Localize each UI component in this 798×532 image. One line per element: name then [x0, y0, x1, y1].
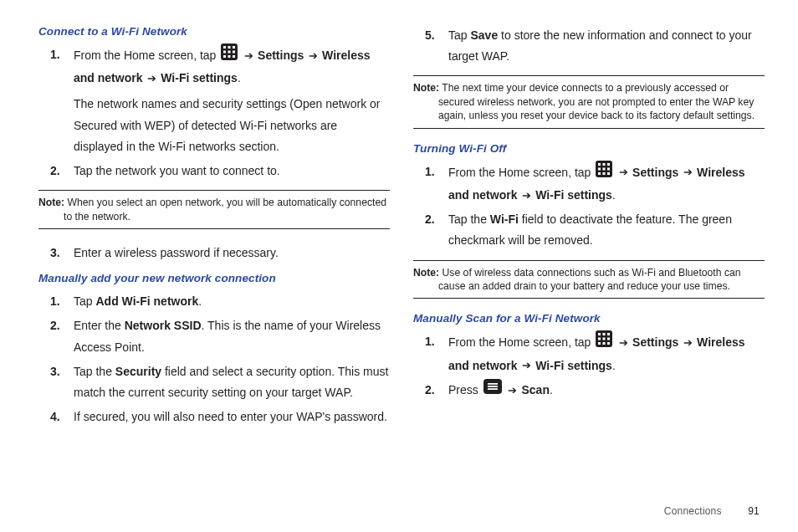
svg-rect-21 [598, 333, 601, 335]
heading-manual-add: Manually add your new network connection [38, 272, 390, 284]
svg-rect-18 [603, 172, 606, 175]
apps-grid-icon [596, 330, 612, 354]
step-1: From the Home screen, tap ➔ Settings ➔ W… [443, 331, 765, 376]
arrow-icon: ➔ [682, 166, 693, 177]
arrow-icon: ➔ [682, 337, 693, 348]
step-2: Press ➔ Scan. [443, 380, 765, 402]
note-label: Note: [413, 82, 439, 94]
note-label: Note: [413, 267, 439, 279]
svg-rect-29 [607, 342, 610, 345]
svg-rect-3 [233, 46, 235, 49]
text: Network SSID [125, 319, 202, 332]
text: . [612, 188, 616, 202]
step-5: Tap Save to store the new information an… [443, 25, 765, 67]
text: Tap the [448, 212, 490, 226]
svg-rect-33 [488, 388, 498, 390]
svg-rect-26 [607, 338, 610, 340]
left-column: Connect to a Wi-Fi Network From the Home… [38, 25, 390, 532]
svg-rect-23 [607, 333, 610, 335]
text: Settings [254, 49, 307, 62]
manual-scan-steps: From the Home screen, tap ➔ Settings ➔ W… [413, 331, 765, 402]
manual-add-steps: Tap Add Wi-Fi network. Enter the Network… [38, 291, 390, 427]
svg-rect-5 [228, 51, 231, 54]
arrow-icon: ➔ [507, 385, 519, 396]
arrow-icon: ➔ [243, 50, 254, 61]
arrow-icon: ➔ [617, 166, 629, 177]
step-1: From the Home screen, tap ➔ Settings ➔ W… [69, 44, 390, 157]
svg-rect-32 [488, 386, 498, 387]
text: . [238, 71, 241, 84]
wifi-off-steps: From the Home screen, tap ➔ Settings ➔ W… [413, 161, 765, 252]
text: Settings [629, 335, 682, 349]
arrow-icon: ➔ [617, 337, 629, 348]
text: Settings [629, 166, 682, 179]
arrow-icon: ➔ [520, 360, 532, 371]
step-1: Tap Add Wi-Fi network. [69, 291, 390, 312]
svg-rect-31 [488, 383, 498, 385]
svg-rect-25 [603, 338, 606, 340]
step-1-detail: The network names and security settings … [74, 94, 390, 157]
step-4: If secured, you will also need to enter … [69, 407, 390, 427]
menu-key-icon [483, 379, 502, 401]
heading-wifi-off: Turning Wi-Fi Off [413, 142, 765, 155]
heading-connect: Connect to a Wi-Fi Network [38, 25, 390, 38]
note-text: Use of wireless data connections such as… [438, 267, 741, 292]
note-reconnect: Note: The next time your device connects… [413, 75, 765, 128]
text: Security [115, 365, 161, 378]
svg-rect-22 [603, 333, 606, 335]
apps-grid-icon [221, 43, 238, 67]
apps-grid-icon [596, 161, 612, 184]
step-3: Tap the Security field and select a secu… [69, 361, 390, 403]
svg-rect-24 [598, 338, 601, 340]
svg-rect-28 [603, 342, 606, 345]
text: Wi-Fi settings [532, 359, 612, 372]
svg-rect-15 [603, 167, 606, 170]
svg-rect-7 [223, 55, 226, 58]
text: Wi-Fi settings [157, 71, 238, 84]
svg-rect-13 [607, 163, 610, 166]
connect-steps-cont: Enter a wireless password if necessary. [38, 243, 390, 263]
svg-rect-2 [228, 46, 231, 49]
heading-manual-scan: Manually Scan for a Wi-Fi Network [413, 312, 765, 325]
text: Scan [519, 383, 550, 396]
arrow-icon: ➔ [307, 50, 319, 61]
text: Wi-Fi [490, 212, 519, 226]
svg-rect-8 [228, 55, 231, 58]
text: Wi-Fi settings [532, 188, 612, 202]
text: Save [470, 28, 498, 42]
connect-steps: From the Home screen, tap ➔ Settings ➔ W… [38, 44, 390, 182]
step-3: Enter a wireless password if necessary. [69, 243, 390, 263]
svg-rect-19 [607, 172, 610, 175]
text: Press [448, 383, 482, 396]
svg-rect-14 [598, 167, 601, 170]
step-2: Tap the network you want to connect to. [69, 161, 390, 182]
text: From the Home screen, tap [448, 335, 594, 349]
svg-rect-12 [603, 163, 606, 166]
svg-rect-6 [233, 51, 235, 54]
text: Tap [448, 28, 470, 42]
svg-rect-17 [598, 172, 601, 175]
text: Tap the [74, 365, 115, 378]
text: From the Home screen, tap [448, 166, 594, 179]
note-text: The next time your device connects to a … [438, 82, 755, 121]
note-text: When you select an open network, you wil… [64, 197, 386, 222]
note-label: Note: [38, 197, 64, 208]
svg-rect-4 [223, 51, 226, 54]
step-1: From the Home screen, tap ➔ Settings ➔ W… [443, 161, 765, 206]
text: . [612, 359, 616, 372]
svg-rect-27 [598, 342, 601, 345]
arrow-icon: ➔ [146, 73, 157, 84]
svg-rect-16 [607, 167, 610, 170]
svg-rect-1 [223, 46, 226, 49]
text: Tap [74, 294, 95, 308]
svg-rect-9 [233, 55, 235, 58]
page-number: 91 [748, 505, 760, 517]
manual-add-steps-cont: Tap Save to store the new information an… [413, 25, 765, 67]
footer-section: Connections [664, 505, 722, 517]
page-footer: Connections 91 [664, 505, 760, 517]
text: From the Home screen, tap [74, 49, 219, 62]
note-battery: Note: Use of wireless data connections s… [413, 260, 765, 299]
right-column: Tap Save to store the new information an… [413, 25, 765, 532]
text: Add Wi-Fi network [95, 294, 198, 308]
text: Enter the [74, 319, 125, 332]
